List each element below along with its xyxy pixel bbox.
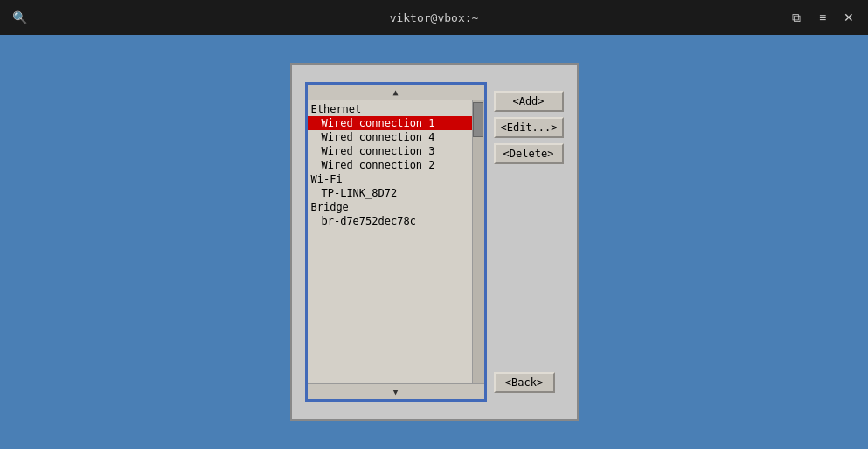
buttons-bottom: <Back> (494, 372, 564, 402)
scrollbar[interactable] (472, 100, 484, 383)
buttons-panel: <Add> <Edit...> <Delete> <Back> (494, 82, 564, 402)
close-icon: ✕ (844, 10, 854, 24)
titlebar-title: viktor@vbox:~ (390, 11, 479, 24)
add-button[interactable]: <Add> (494, 91, 564, 112)
titlebar: 🔍 viktor@vbox:~ ⧉ ≡ ✕ (0, 0, 868, 35)
menu-button[interactable]: ≡ (810, 5, 835, 30)
scroll-down-arrow-icon: ▼ (392, 387, 398, 397)
list-item-wired-1[interactable]: Wired connection 1 (308, 116, 472, 130)
list-item-bridge-header[interactable]: Bridge (308, 200, 472, 214)
embed-button[interactable]: ⧉ (784, 5, 809, 30)
titlebar-left: 🔍 (7, 5, 31, 30)
edit-button[interactable]: <Edit...> (494, 117, 564, 138)
list-items-container: EthernetWired connection 1Wired connecti… (308, 100, 484, 383)
embed-icon: ⧉ (792, 10, 801, 25)
list-items: EthernetWired connection 1Wired connecti… (308, 100, 472, 383)
list-item-br-d7e[interactable]: br-d7e752dec78c (308, 214, 472, 228)
titlebar-right: ⧉ ≡ ✕ (784, 5, 861, 30)
main-content: ▲ EthernetWired connection 1Wired connec… (0, 35, 868, 449)
scroll-down-button[interactable]: ▼ (308, 383, 484, 399)
list-item-wired-3[interactable]: Wired connection 3 (308, 144, 472, 158)
search-button[interactable]: 🔍 (7, 5, 31, 30)
list-item-ethernet-header[interactable]: Ethernet (308, 102, 472, 116)
buttons-top: <Add> <Edit...> <Delete> (494, 82, 564, 164)
list-item-wired-4[interactable]: Wired connection 4 (308, 130, 472, 144)
scroll-up-arrow-icon: ▲ (392, 87, 398, 97)
list-item-wired-2[interactable]: Wired connection 2 (308, 158, 472, 172)
close-button[interactable]: ✕ (837, 5, 861, 30)
back-button[interactable]: <Back> (494, 372, 555, 393)
search-icon: 🔍 (12, 10, 27, 24)
menu-icon: ≡ (819, 10, 826, 24)
dialog-inner: ▲ EthernetWired connection 1Wired connec… (292, 65, 577, 419)
network-dialog: ▲ EthernetWired connection 1Wired connec… (290, 63, 579, 421)
list-item-tp-link[interactable]: TP-LINK_8D72 (308, 186, 472, 200)
scroll-up-button[interactable]: ▲ (308, 85, 484, 100)
connections-list-panel: ▲ EthernetWired connection 1Wired connec… (305, 82, 487, 402)
list-item-wifi-header[interactable]: Wi-Fi (308, 172, 472, 186)
delete-button[interactable]: <Delete> (494, 143, 564, 164)
scrollbar-thumb[interactable] (473, 102, 483, 137)
